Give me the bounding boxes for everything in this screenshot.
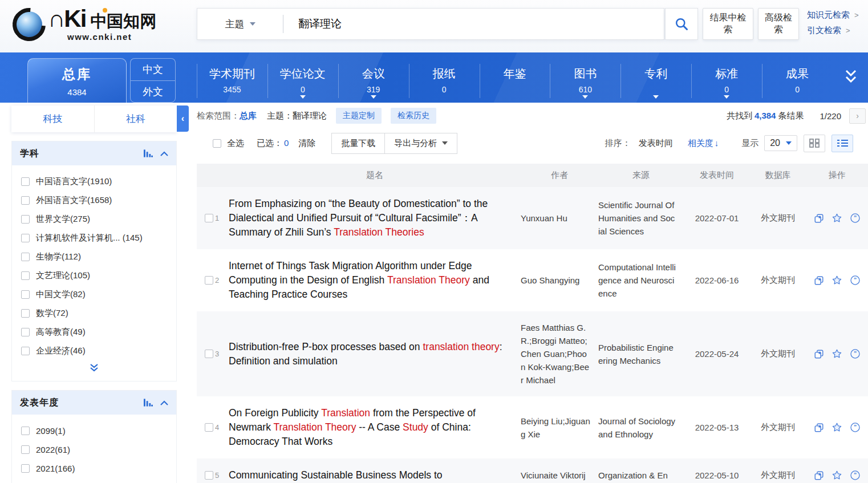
- filter-option[interactable]: 数学(72): [12, 304, 176, 323]
- filter-option[interactable]: 2021(166): [12, 459, 176, 478]
- checkbox[interactable]: [21, 464, 30, 473]
- copy-icon[interactable]: [814, 423, 824, 433]
- bar-chart-icon[interactable]: [144, 399, 153, 407]
- star-icon[interactable]: [832, 348, 842, 359]
- expand-more-icon[interactable]: [12, 360, 176, 378]
- checkbox[interactable]: [21, 234, 30, 242]
- result-source[interactable]: Computational Intelligence and Neuroscie…: [598, 261, 684, 300]
- checkbox[interactable]: [21, 196, 30, 205]
- filter-option[interactable]: 高等教育(49): [12, 323, 176, 342]
- row-checkbox[interactable]: [205, 276, 213, 285]
- chevron-up-icon[interactable]: [160, 151, 168, 156]
- knowledge-element-search-link[interactable]: 知识元检索 >: [807, 10, 859, 21]
- search-button[interactable]: [665, 8, 698, 40]
- topic-customize-chip[interactable]: 主题定制: [336, 108, 382, 124]
- result-authors[interactable]: Viciunaite Viktorij: [521, 469, 598, 482]
- search-history-chip[interactable]: 检索历史: [391, 108, 436, 124]
- sort-by-date[interactable]: 发表时间: [639, 138, 673, 149]
- nav-more-icon[interactable]: [843, 67, 859, 89]
- result-authors[interactable]: Yunxuan Hu: [521, 212, 598, 225]
- row-checkbox[interactable]: [205, 214, 213, 222]
- result-source[interactable]: Scientific Journal Of Humanities and Soc…: [598, 198, 684, 238]
- checkbox[interactable]: [21, 445, 30, 454]
- star-icon[interactable]: [832, 470, 842, 481]
- export-analyze-button[interactable]: 导出与分析: [384, 133, 457, 154]
- nav-item-3[interactable]: 报纸0: [409, 52, 480, 103]
- nav-lang-tab-chinese[interactable]: 中文: [130, 58, 176, 80]
- nav-item-2[interactable]: 会议319: [338, 52, 409, 103]
- scope-value[interactable]: 总库: [240, 111, 257, 121]
- result-authors[interactable]: Beiying Liu;Jiguang Xie: [521, 415, 598, 441]
- filter-option[interactable]: 中国语言文字(1910): [12, 172, 176, 191]
- nav-item-5[interactable]: 图书610: [550, 52, 620, 103]
- grid-view-button[interactable]: [804, 135, 825, 152]
- page-size-select[interactable]: 20: [764, 135, 797, 151]
- nav-lang-tab-foreign[interactable]: 外文: [130, 80, 176, 103]
- search-input[interactable]: [283, 9, 664, 39]
- filter-option[interactable]: 世界文学(275): [12, 210, 176, 229]
- row-checkbox[interactable]: [205, 471, 213, 480]
- filter-option[interactable]: 企业经济(46): [12, 342, 176, 360]
- result-title-link[interactable]: Distribution-free P-box processes based …: [229, 340, 521, 368]
- copy-icon[interactable]: [814, 213, 824, 224]
- star-icon[interactable]: [832, 213, 842, 224]
- result-title-link[interactable]: Communicating Sustainable Business Model…: [229, 468, 521, 482]
- copy-icon[interactable]: [814, 349, 824, 359]
- bar-chart-icon[interactable]: [144, 149, 153, 157]
- nav-item-0[interactable]: 学术期刊3455: [197, 52, 267, 103]
- chevron-up-icon[interactable]: [160, 400, 168, 405]
- quote-icon[interactable]: ”: [850, 422, 861, 433]
- copy-icon[interactable]: [814, 470, 824, 481]
- row-checkbox[interactable]: [205, 350, 213, 358]
- filter-option[interactable]: 2022(61): [12, 440, 176, 459]
- search-field-select[interactable]: 主题: [197, 18, 283, 31]
- checkbox[interactable]: [21, 328, 30, 336]
- filter-option[interactable]: 外国语言文字(1658): [12, 191, 176, 210]
- star-icon[interactable]: [832, 275, 842, 286]
- star-icon[interactable]: [832, 422, 842, 433]
- checkbox[interactable]: [21, 271, 30, 280]
- filter-option[interactable]: 中国文学(82): [12, 285, 176, 304]
- quote-icon[interactable]: ”: [850, 470, 861, 481]
- checkbox[interactable]: [21, 215, 30, 224]
- select-all-label[interactable]: 全选: [227, 138, 244, 149]
- filter-option[interactable]: 计算机软件及计算机... (145): [12, 229, 176, 247]
- result-title-link[interactable]: From Emphasizing on “the Beauty of Domes…: [229, 197, 521, 240]
- sort-by-relevance[interactable]: 相关度↓: [688, 138, 719, 149]
- copy-icon[interactable]: [814, 275, 824, 286]
- filter-option[interactable]: 文艺理论(105): [12, 266, 176, 285]
- checkbox[interactable]: [21, 309, 30, 318]
- result-authors[interactable]: Faes Matthias G.R.;Broggi Matteo;Chen Gu…: [521, 321, 598, 387]
- result-source[interactable]: Journal of Sociology and Ethnology: [598, 415, 684, 441]
- filter-option[interactable]: 生物学(112): [12, 247, 176, 266]
- result-source[interactable]: Organization & En: [598, 469, 684, 482]
- checkbox[interactable]: [21, 253, 30, 261]
- clear-selection-button[interactable]: 清除: [298, 138, 315, 149]
- nav-item-6[interactable]: 专利: [620, 52, 691, 103]
- select-all-checkbox[interactable]: [213, 139, 221, 148]
- result-source[interactable]: Probabilistic Engineering Mechanics: [598, 341, 684, 367]
- citation-search-link[interactable]: 引文检索 >: [807, 25, 859, 36]
- nav-tab-total-library[interactable]: 总库 4384: [27, 58, 127, 103]
- list-view-button[interactable]: [832, 135, 853, 152]
- nav-item-7[interactable]: 标准0: [691, 52, 762, 103]
- next-page-button[interactable]: ›: [849, 108, 866, 124]
- quote-icon[interactable]: ”: [850, 213, 861, 224]
- search-in-results-button[interactable]: 结果中检索: [703, 8, 753, 40]
- sidebar-tab-0[interactable]: 科技: [11, 105, 94, 132]
- quote-icon[interactable]: ”: [850, 348, 861, 359]
- checkbox[interactable]: [21, 347, 30, 355]
- result-authors[interactable]: Guo Shangying: [521, 274, 598, 287]
- result-title-link[interactable]: On Foreign Publicity Translation from th…: [229, 406, 521, 449]
- checkbox[interactable]: [21, 427, 30, 435]
- row-checkbox[interactable]: [205, 423, 213, 432]
- cnki-logo[interactable]: ∩Ki 中国知网 www.cnki.net: [13, 7, 156, 42]
- nav-item-8[interactable]: 成果0: [762, 52, 833, 103]
- nav-item-1[interactable]: 学位论文0: [267, 52, 338, 103]
- filter-option[interactable]: 2099(1): [12, 421, 176, 440]
- quote-icon[interactable]: ”: [850, 275, 861, 286]
- sidebar-tab-1[interactable]: 社科: [94, 105, 177, 132]
- batch-download-button[interactable]: 批量下载: [331, 133, 385, 154]
- result-title-link[interactable]: Internet of Things Task Migration Algori…: [229, 259, 521, 302]
- checkbox[interactable]: [21, 290, 30, 299]
